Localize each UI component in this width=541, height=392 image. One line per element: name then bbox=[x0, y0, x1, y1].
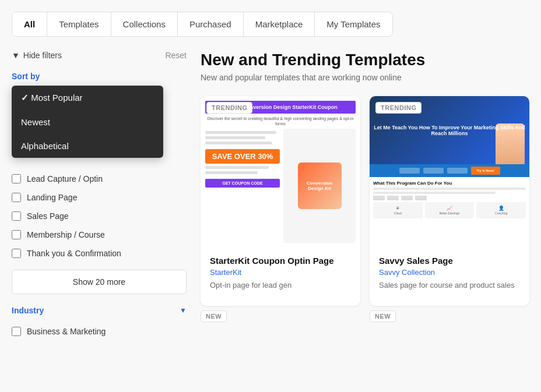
filter-landing-page[interactable]: Landing Page bbox=[12, 188, 187, 207]
sort-option-newest[interactable]: Newest bbox=[12, 110, 163, 134]
filter-lead-capture-checkbox[interactable] bbox=[12, 174, 21, 183]
filter-business-marketing-label: Business & Marketing bbox=[27, 327, 106, 336]
sort-dropdown: Most Popular Newest Alphabetical ➜ bbox=[12, 86, 187, 158]
filter-sales-page-label: Sales Page bbox=[27, 211, 69, 221]
filter-thank-you-checkbox[interactable] bbox=[12, 249, 21, 258]
card-2-hero-text: Let Me Teach You How To Improve Your Mar… bbox=[370, 121, 529, 140]
sort-dropdown-menu[interactable]: Most Popular Newest Alphabetical bbox=[12, 86, 163, 158]
filter-lead-capture[interactable]: Lead Capture / Optin bbox=[12, 169, 187, 188]
filter-landing-page-label: Landing Page bbox=[27, 193, 77, 202]
card-info-1: StarterKit Coupon Optin Page StarterKit … bbox=[201, 248, 360, 299]
new-badge-left: NEW bbox=[201, 310, 227, 322]
hide-filters-label: Hide filters bbox=[23, 51, 62, 60]
chevron-down-icon: ▼ bbox=[180, 306, 187, 315]
trending-badge-2: TRENDING bbox=[375, 102, 421, 114]
tab-purchased[interactable]: Purchased bbox=[178, 12, 244, 36]
show-more-button[interactable]: Show 20 more bbox=[12, 270, 187, 294]
card-title-2: Savvy Sales Page bbox=[379, 256, 520, 266]
filter-landing-page-checkbox[interactable] bbox=[12, 193, 21, 202]
tab-my-templates[interactable]: My Templates bbox=[315, 12, 392, 36]
template-card-2[interactable]: TRENDING Let Me Teach You How To Improve… bbox=[370, 96, 529, 306]
card-2-body: What This Program Can Do For You bbox=[370, 177, 529, 248]
sort-option-most-popular[interactable]: Most Popular bbox=[12, 86, 163, 110]
content-area: New and Trending Templates New and popul… bbox=[201, 51, 529, 341]
filter-sales-page[interactable]: Sales Page bbox=[12, 207, 187, 225]
filter-business-marketing[interactable]: Business & Marketing bbox=[12, 322, 187, 341]
filter-lead-capture-label: Lead Capture / Optin bbox=[27, 174, 103, 183]
industry-header[interactable]: Industry ▼ bbox=[12, 306, 187, 315]
card-desc-1: Opt-in page for lead gen bbox=[210, 280, 351, 291]
card-title-1: StarterKit Coupon Optin Page bbox=[210, 256, 351, 266]
section-subtitle: New and popular templates that are worki… bbox=[201, 73, 529, 82]
card-collection-2: Savvy Collection bbox=[379, 268, 520, 277]
trending-badge-1: TRENDING bbox=[206, 102, 252, 114]
tab-all[interactable]: All bbox=[12, 12, 47, 36]
filter-thank-you-label: Thank you & Confirmation bbox=[27, 249, 121, 258]
cards-grid: TRENDING Get the Conversion Design Start… bbox=[201, 96, 529, 306]
tab-templates[interactable]: Templates bbox=[47, 12, 111, 36]
industry-filter-list: Business & Marketing bbox=[12, 322, 187, 341]
filter-thank-you[interactable]: Thank you & Confirmation bbox=[12, 244, 187, 263]
section-title: New and Trending Templates bbox=[201, 51, 529, 69]
industry-label: Industry bbox=[12, 306, 44, 315]
card-info-2: Savvy Sales Page Savvy Collection Sales … bbox=[370, 248, 529, 299]
sidebar: ▼ Hide filters Reset Sort by Most Popula… bbox=[12, 51, 187, 341]
card-2-features: ≡ Cloud 📈 Better Earnings 👤 bbox=[373, 202, 526, 218]
filter-membership-checkbox[interactable] bbox=[12, 230, 21, 239]
filter-icon: ▼ bbox=[12, 51, 20, 60]
card-2-logos bbox=[373, 196, 526, 200]
tab-marketplace[interactable]: Marketplace bbox=[244, 12, 315, 36]
card-collection-1: StarterKit bbox=[210, 268, 351, 277]
sort-by-label: Sort by bbox=[12, 72, 187, 81]
new-badges-row: NEW NEW bbox=[201, 306, 529, 327]
industry-section: Industry ▼ Business & Marketing bbox=[12, 306, 187, 341]
hide-filters-button[interactable]: ▼ Hide filters bbox=[12, 51, 62, 60]
card-1-sub: Discover the secret to creating beautifu… bbox=[205, 116, 356, 126]
filter-business-marketing-checkbox[interactable] bbox=[12, 327, 21, 336]
card-2-mini-title: What This Program Can Do For You bbox=[373, 181, 526, 186]
card-mockup-2: Let Me Teach You How To Improve Your Mar… bbox=[370, 96, 529, 248]
nav-tabs: All Templates Collections Purchased Mark… bbox=[12, 12, 393, 37]
card-desc-2: Sales page for course and product sales bbox=[379, 280, 520, 291]
sort-option-alphabetical[interactable]: Alphabetical bbox=[12, 134, 163, 158]
card-mockup-1: Get the Conversion Design StarterKit Cou… bbox=[201, 96, 360, 248]
tab-collections[interactable]: Collections bbox=[111, 12, 178, 36]
card-image-2: TRENDING Let Me Teach You How To Improve… bbox=[370, 96, 529, 248]
card-image-1: TRENDING Get the Conversion Design Start… bbox=[201, 96, 360, 248]
new-badge-right: NEW bbox=[370, 310, 396, 322]
template-card-1[interactable]: TRENDING Get the Conversion Design Start… bbox=[201, 96, 360, 306]
card-1-new-badge-area bbox=[201, 299, 360, 306]
filter-membership[interactable]: Membership / Course bbox=[12, 225, 187, 244]
main-layout: ▼ Hide filters Reset Sort by Most Popula… bbox=[12, 51, 529, 341]
filter-sales-page-checkbox[interactable] bbox=[12, 211, 21, 221]
reset-button[interactable]: Reset bbox=[165, 51, 187, 60]
category-filter-list: Lead Capture / Optin Landing Page Sales … bbox=[12, 169, 187, 263]
filter-header: ▼ Hide filters Reset bbox=[12, 51, 187, 60]
filter-membership-label: Membership / Course bbox=[27, 230, 105, 239]
